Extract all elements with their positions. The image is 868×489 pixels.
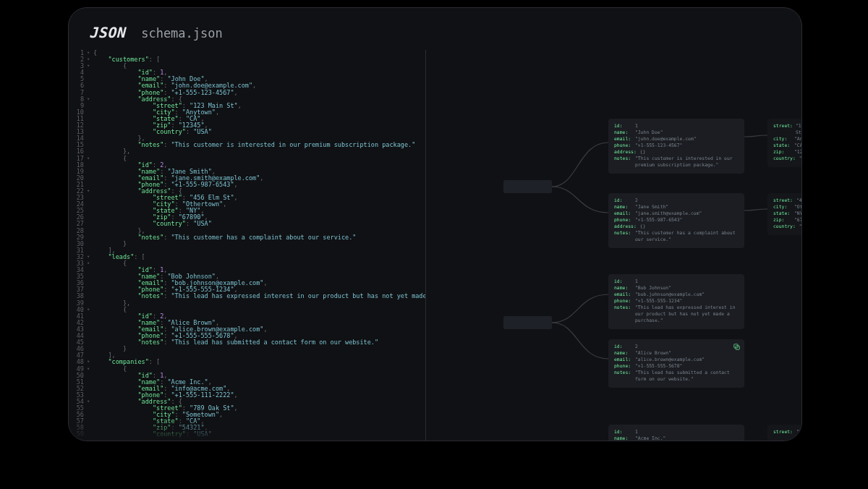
card-row: name:"John Doe"	[614, 129, 739, 136]
copy-icon[interactable]	[733, 344, 740, 350]
node-card-lead-2[interactable]: id:2name:"Alice Brown"email:"alice.brown…	[608, 339, 744, 388]
card-row: street:"123 Main St"	[773, 123, 801, 136]
card-row: id:2	[614, 197, 739, 204]
card-row: notes:"This customer is interested in ou…	[614, 156, 739, 169]
card-row: address:{}	[614, 224, 739, 230]
fold-chevron-icon[interactable]: ▾	[87, 56, 90, 63]
card-row: id:1	[614, 429, 739, 435]
card-row: zip:"12345"	[773, 149, 801, 156]
node-stub-customers[interactable]	[503, 180, 552, 193]
fold-chevron-icon[interactable]: ▾	[87, 50, 90, 56]
card-row: id:1	[614, 123, 739, 129]
card-row: phone:"+1-555-555-5678"	[614, 363, 739, 370]
filename-label: schema.json	[141, 26, 223, 41]
fold-chevron-icon[interactable]: ▾	[87, 366, 90, 373]
card-row: city:"Othertown"	[773, 204, 801, 211]
node-stub-leads[interactable]	[503, 316, 552, 329]
card-row: id:2	[614, 344, 739, 350]
card-row: state:"CA"	[773, 143, 801, 149]
card-row: notes:"This lead has submitted a contact…	[614, 370, 739, 383]
card-row: phone:"+1-555-123-4567"	[614, 143, 739, 149]
card-row: email:"john.doe@example.com"	[614, 136, 739, 143]
split-pane: 1▾{2▾ "customers": [3▾ {4 "id": 1,5 "nam…	[69, 50, 801, 441]
code-editor[interactable]: 1▾{2▾ "customers": [3▾ {4 "id": 1,5 "nam…	[69, 50, 426, 441]
code-line: 46 }	[69, 346, 425, 352]
fold-chevron-icon[interactable]: ▾	[87, 399, 90, 405]
format-badge: JSON	[89, 24, 125, 41]
card-row: id:1	[614, 278, 739, 285]
card-row: zip:"67890"	[773, 217, 801, 224]
json-graph-canvas[interactable]: id:1name:"John Doe"email:"john.doe@examp…	[426, 50, 801, 441]
card-row: email:"jane.smith@example.com"	[614, 211, 739, 217]
node-card-customer-1[interactable]: id:1name:"John Doe"email:"john.doe@examp…	[608, 119, 744, 174]
code-line: 59 "country": "USA"	[69, 431, 425, 438]
card-row: name:"Acme Inc."	[614, 435, 739, 441]
card-row: state:"NY"	[773, 211, 801, 217]
card-row: email:"alice.brown@example.com"	[614, 357, 739, 363]
fold-chevron-icon[interactable]: ▾	[87, 359, 90, 365]
node-card-company-1[interactable]: id:1name:"Acme Inc."	[608, 425, 744, 441]
card-row: name:"Bob Johnson"	[614, 285, 739, 292]
fold-chevron-icon[interactable]: ▾	[87, 156, 90, 162]
card-row: country:"USA"	[773, 156, 801, 162]
card-row: notes:"This customer has a complaint abo…	[614, 230, 739, 243]
card-row: address:{}	[614, 149, 739, 156]
card-row: street:"456 Elm St"	[773, 197, 801, 204]
card-row: street:"789 Oak St"	[773, 429, 801, 435]
fold-chevron-icon[interactable]: ▾	[87, 96, 90, 103]
card-row: city:"Anytown"	[773, 136, 801, 143]
card-row: name:"Alice Brown"	[614, 350, 739, 357]
card-row: phone:"+1-555-987-6543"	[614, 217, 739, 224]
card-row: notes:"This lead has expressed interest …	[614, 305, 739, 324]
card-row: name:"Jane Smith"	[614, 204, 739, 211]
card-row: email:"bob.johnson@example.com"	[614, 292, 739, 298]
app-window: JSON schema.json 1▾{2▾ "customers": [3▾ …	[68, 7, 802, 441]
node-card-company-1-address[interactable]: street:"789 Oak St"	[767, 425, 801, 441]
node-card-customer-2-address[interactable]: street:"456 Elm St"city:"Othertown"state…	[767, 193, 801, 235]
fold-chevron-icon[interactable]: ▾	[87, 254, 90, 260]
header: JSON schema.json	[89, 24, 223, 41]
fold-chevron-icon[interactable]: ▾	[87, 188, 90, 195]
fold-chevron-icon[interactable]: ▾	[87, 307, 90, 313]
node-card-customer-2[interactable]: id:2name:"Jane Smith"email:"jane.smith@e…	[608, 193, 744, 248]
fold-chevron-icon[interactable]: ▾	[87, 63, 90, 69]
node-card-lead-1[interactable]: id:1name:"Bob Johnson"email:"bob.johnson…	[608, 274, 744, 329]
code-line: 30 }	[69, 241, 425, 247]
fold-chevron-icon[interactable]: ▾	[87, 260, 90, 267]
node-card-customer-1-address[interactable]: street:"123 Main St"city:"Anytown"state:…	[767, 119, 801, 167]
code-content: 1▾{2▾ "customers": [3▾ {4 "id": 1,5 "nam…	[69, 50, 425, 438]
card-row: phone:"+1-555-555-1234"	[614, 298, 739, 305]
card-row: country:"USA"	[773, 224, 801, 230]
